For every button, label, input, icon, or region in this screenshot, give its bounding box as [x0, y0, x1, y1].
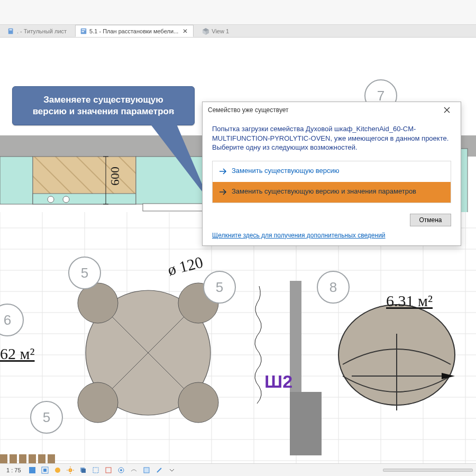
tag-8: 8 [317, 271, 349, 303]
annotation-callout: Заменяете существующую версию и значения… [12, 86, 195, 125]
svg-text:5: 5 [216, 279, 223, 295]
tab-sheet[interactable]: . - Титульный лист [3, 25, 71, 37]
dialog-title: Семейство уже существует [208, 106, 437, 114]
svg-rect-3 [82, 29, 86, 30]
svg-rect-72 [144, 468, 149, 473]
svg-rect-67 [81, 469, 86, 473]
reveal-hidden-icon[interactable] [129, 465, 139, 475]
tab-3dview[interactable]: View 1 [198, 25, 233, 37]
ribbon-area [0, 0, 476, 25]
family-exists-dialog: Семейство уже существует Попытка загрузк… [202, 102, 461, 246]
option-overwrite[interactable]: Заменить существующую версию [213, 161, 451, 182]
dialog-close-button[interactable] [437, 103, 456, 117]
status-bar: 1 : 75 [0, 463, 476, 476]
svg-rect-4 [82, 31, 84, 32]
cube-icon [202, 28, 209, 35]
command-link-group: Заменить существующую версию Заменить су… [212, 161, 451, 203]
svg-rect-59 [43, 469, 47, 472]
shadows-icon[interactable] [78, 465, 88, 475]
display-model-icon[interactable] [28, 465, 37, 475]
tag-5c: 5 [204, 271, 235, 303]
plan-icon [80, 28, 87, 35]
constraints-icon[interactable] [154, 465, 164, 475]
crop-region-icon[interactable] [104, 465, 113, 475]
svg-point-32 [78, 382, 118, 423]
detail-level-icon[interactable] [40, 465, 50, 475]
tab-plan-label: 5.1 - План расстановки мебели... [89, 28, 178, 34]
option-overwrite-params[interactable]: Заменить существующую версию и значения … [213, 182, 451, 203]
dialog-titlebar[interactable]: Семейство уже существует [203, 102, 461, 118]
area-631: 6.31 м² [386, 292, 433, 309]
svg-text:5: 5 [81, 265, 88, 281]
arrow-right-icon [219, 168, 227, 177]
visual-style-icon[interactable] [53, 465, 62, 475]
callout-line2: версию и значения параметров [21, 106, 186, 117]
dim-600: 600 [108, 167, 122, 186]
dialog-message: Попытка загрузки семейства Духовой шкаф_… [212, 124, 451, 152]
svg-rect-51 [0, 454, 7, 463]
svg-text:8: 8 [329, 279, 337, 295]
sheet-icon [7, 28, 15, 35]
dropdown-icon[interactable] [167, 465, 177, 475]
svg-point-18 [48, 196, 54, 203]
svg-text:5: 5 [43, 409, 50, 425]
view-scale[interactable]: 1 : 75 [3, 467, 24, 473]
progress-track [383, 469, 473, 472]
svg-rect-68 [93, 468, 98, 473]
svg-point-60 [55, 468, 60, 473]
svg-point-71 [120, 469, 122, 471]
room-label-sh2: Ш2 [264, 371, 292, 391]
svg-point-33 [178, 382, 218, 423]
crop-view-icon[interactable] [91, 465, 100, 475]
option-overwrite-params-label: Заменить существующую версию и значения … [232, 187, 444, 196]
svg-rect-53 [19, 454, 26, 463]
arrow-right-icon [219, 188, 227, 197]
tab-3dview-label: View 1 [212, 28, 229, 34]
cancel-button[interactable]: Отмена [410, 214, 451, 226]
callout-line1: Заменяете существующую [21, 94, 186, 106]
dining-table-group [78, 283, 218, 423]
svg-text:6: 6 [4, 312, 11, 328]
tag-5b: 5 [31, 401, 62, 433]
svg-rect-1 [10, 29, 12, 30]
svg-rect-55 [38, 454, 45, 463]
area-62: 62 м² [0, 345, 34, 362]
help-link[interactable]: Щелкните здесь для получения дополнитель… [212, 232, 386, 239]
svg-rect-54 [29, 454, 36, 463]
svg-rect-0 [8, 28, 13, 34]
tab-sheet-label: . - Титульный лист [17, 28, 67, 34]
svg-rect-52 [10, 454, 17, 463]
sun-path-icon[interactable] [66, 465, 75, 475]
svg-rect-12 [0, 157, 33, 204]
svg-point-61 [69, 469, 72, 472]
svg-point-19 [63, 196, 69, 203]
temp-props-icon[interactable] [142, 465, 151, 475]
option-overwrite-label: Заменить существующую версию [232, 167, 444, 175]
tag-5a: 5 [69, 257, 100, 289]
close-icon [444, 107, 450, 113]
tab-close-icon[interactable]: ✕ [182, 28, 189, 34]
view-tab-bar: . - Титульный лист 5.1 - План расстановк… [0, 25, 476, 38]
hide-isolate-icon[interactable] [116, 465, 126, 475]
svg-rect-57 [29, 467, 35, 473]
svg-rect-56 [48, 454, 55, 463]
svg-rect-26 [290, 392, 322, 455]
tab-plan[interactable]: 5.1 - План расстановки мебели... ✕ [75, 25, 194, 37]
svg-rect-69 [106, 468, 111, 473]
